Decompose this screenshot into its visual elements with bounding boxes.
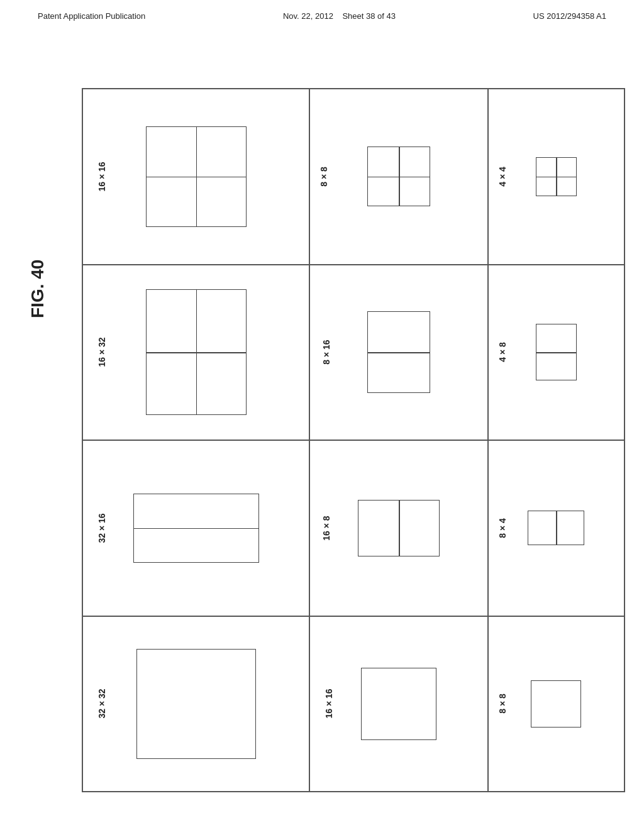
diagram-8x8 [367,147,430,206]
header-right: US 2012/294358 A1 [533,11,606,21]
page-header: Patent Application Publication Nov. 22, … [0,0,644,21]
main-diagram: 16 × 16 16 × 32 32 × 16 [82,88,625,792]
diagram-32x16 [133,494,259,563]
diagram-16x8 [358,500,440,556]
diagram-4x4 [536,157,577,196]
cell-32x16: 32 × 16 [83,441,309,617]
col-right: 4 × 4 4 × 8 8 × 4 [489,89,624,791]
label-8x8-right: 8 × 8 [497,694,508,714]
diagram-16x16 [146,126,247,227]
cell-16x16-mid: 16 × 16 [310,617,487,792]
diagram-8x8-right [531,680,581,728]
label-16x16: 16 × 16 [97,162,107,191]
col-left: 16 × 16 16 × 32 32 × 16 [83,89,310,791]
diagram-32x32 [136,649,256,759]
header-center: Nov. 22, 2012 Sheet 38 of 43 [283,11,396,21]
outer-border: 16 × 16 16 × 32 32 × 16 [82,88,625,792]
label-32x16: 32 × 16 [97,513,107,543]
diagram-8x4 [528,511,584,545]
label-4x4: 4 × 4 [497,167,508,187]
label-8x4: 8 × 4 [497,518,508,538]
diagram-16x32 [146,289,247,415]
label-8x8: 8 × 8 [319,167,329,187]
cell-8x8: 8 × 8 [310,89,487,265]
cell-16x16: 16 × 16 [83,89,309,265]
label-32x32: 32 × 32 [97,689,107,719]
cell-8x16: 8 × 16 [310,265,487,441]
cell-16x8: 16 × 8 [310,441,487,617]
diagram-16x16-mid [361,668,436,740]
label-8x16: 8 × 16 [321,340,331,365]
header-left: Patent Application Publication [38,11,145,21]
col-mid: 8 × 8 8 × 16 16 × 8 [310,89,489,791]
cell-4x4: 4 × 4 [489,89,624,265]
label-16x16-mid: 16 × 16 [324,689,334,719]
label-16x8: 16 × 8 [321,516,331,540]
cell-8x8-right: 8 × 8 [489,617,624,792]
figure-label: FIG. 40 [28,260,48,318]
label-4x8: 4 × 8 [497,342,508,362]
cell-16x32: 16 × 32 [83,265,309,441]
cell-32x32: 32 × 32 [83,617,309,792]
cell-8x4: 8 × 4 [489,441,624,617]
diagram-8x16 [367,311,430,393]
label-16x32: 16 × 32 [97,338,107,367]
diagram-4x8 [536,324,577,380]
cell-4x8: 4 × 8 [489,265,624,441]
